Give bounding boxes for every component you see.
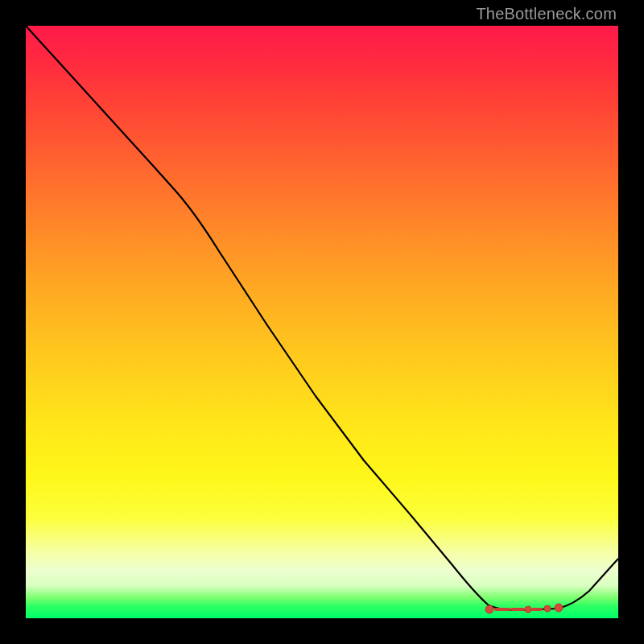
marker-dot [544, 605, 551, 612]
marker-dot [525, 606, 531, 613]
marker-dot [485, 605, 493, 613]
chart-frame: TheBottleneck.com [0, 0, 644, 644]
curve-line [26, 26, 618, 610]
plot-area [26, 26, 618, 618]
watermark-text: TheBottleneck.com [476, 5, 617, 23]
chart-svg [26, 26, 618, 618]
marker-dot [555, 604, 563, 612]
